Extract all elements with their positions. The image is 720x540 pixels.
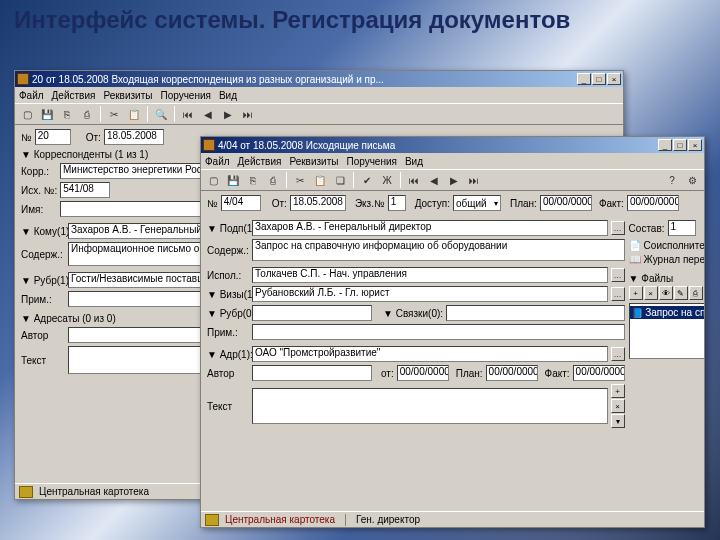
maximize-button[interactable]: □: [673, 139, 687, 151]
tool-save-icon[interactable]: 💾: [224, 171, 242, 189]
podp-input[interactable]: Захаров А.В. - Генеральный директор: [252, 220, 608, 236]
tool-last-icon[interactable]: ⏭: [465, 171, 483, 189]
comp-input[interactable]: 1: [668, 220, 696, 236]
tool-extra-icon[interactable]: ⚙: [683, 171, 701, 189]
rubr-label: ▼ Рубр(0):: [207, 308, 249, 319]
from-input[interactable]: 18.05.2008: [104, 129, 164, 145]
menu-file[interactable]: Файл: [19, 90, 44, 101]
who-input[interactable]: Захаров А.В. - Генеральный директор: [68, 223, 206, 239]
menu-props[interactable]: Реквизиты: [103, 90, 152, 101]
fact-input[interactable]: 00/00/0000: [627, 195, 679, 211]
side-jur[interactable]: Журнал передачи: [644, 254, 704, 265]
tool-prev-icon[interactable]: ◀: [199, 105, 217, 123]
rubr-input[interactable]: Гости/Независимые поставщик: [68, 272, 206, 288]
tool-first-icon[interactable]: ⏮: [179, 105, 197, 123]
tool-help-icon[interactable]: ?: [663, 171, 681, 189]
text-area[interactable]: [252, 388, 608, 424]
del-button[interactable]: ×: [611, 399, 625, 413]
menu-props[interactable]: Реквизиты: [289, 156, 338, 167]
toolbar: ▢ 💾 ⎘ ⎙ ✂ 📋 ❏ ✔ Ж ⏮ ◀ ▶ ⏭ ? ⚙: [201, 169, 704, 191]
tool-cut-icon[interactable]: ✂: [105, 105, 123, 123]
tool-print-icon[interactable]: ⎙: [264, 171, 282, 189]
tool-prev-icon[interactable]: ◀: [425, 171, 443, 189]
tool-save-icon[interactable]: 💾: [38, 105, 56, 123]
folder-icon: [19, 486, 33, 498]
close-button[interactable]: ×: [607, 73, 621, 85]
close-button[interactable]: ×: [688, 139, 702, 151]
lookup-button[interactable]: …: [611, 347, 625, 361]
tool-last-icon[interactable]: ⏭: [239, 105, 257, 123]
tool-check-icon[interactable]: ✔: [358, 171, 376, 189]
files-header: ▼ Файлы: [629, 273, 673, 284]
bottom-plan-input[interactable]: 00/00/0000: [486, 365, 538, 381]
add-button[interactable]: +: [611, 384, 625, 398]
tool-bold-icon[interactable]: Ж: [378, 171, 396, 189]
files-list[interactable]: 📘 Запрос на справочную инф: [629, 303, 704, 359]
plan-input[interactable]: 00/00/0000: [540, 195, 592, 211]
file-item[interactable]: 📘 Запрос на справочную инф: [630, 306, 704, 319]
lookup-button[interactable]: …: [611, 268, 625, 282]
ish-input[interactable]: 541/08: [60, 182, 110, 198]
titlebar-back[interactable]: 20 от 18.05.2008 Входящая корреспонденци…: [15, 71, 623, 87]
bottom-fact-input[interactable]: 00/00/0000: [573, 365, 625, 381]
tool-print-icon[interactable]: ⎙: [78, 105, 96, 123]
minimize-button[interactable]: _: [577, 73, 591, 85]
num-input[interactable]: 4/04: [221, 195, 261, 211]
prim-input[interactable]: [68, 291, 206, 307]
tool-next-icon[interactable]: ▶: [445, 171, 463, 189]
menu-assign[interactable]: Поручения: [346, 156, 397, 167]
tool-first-icon[interactable]: ⏮: [405, 171, 423, 189]
text-area[interactable]: [68, 346, 206, 374]
menu-actions[interactable]: Действия: [52, 90, 96, 101]
file-view-icon[interactable]: 👁: [659, 286, 673, 300]
minimize-button[interactable]: _: [658, 139, 672, 151]
file-edit-icon[interactable]: ✎: [674, 286, 688, 300]
author-input[interactable]: [252, 365, 372, 381]
access-select[interactable]: общий: [453, 195, 501, 211]
num-input[interactable]: 20: [35, 129, 71, 145]
adr-input[interactable]: ОАО "Промстройразвитие": [252, 346, 608, 362]
toolbar: ▢ 💾 ⎘ ⎙ ✂ 📋 🔍 ⏮ ◀ ▶ ⏭: [15, 103, 623, 125]
menu-actions[interactable]: Действия: [238, 156, 282, 167]
link-input[interactable]: [446, 305, 625, 321]
menu-view[interactable]: Вид: [219, 90, 237, 101]
comp-label: Состав:: [629, 223, 665, 234]
down-button[interactable]: ▾: [611, 414, 625, 428]
cont-input[interactable]: Запрос на справочную информацию об обору…: [252, 239, 625, 261]
lookup-button[interactable]: …: [611, 221, 625, 235]
side-sogl[interactable]: Соисполнители (0): [644, 240, 704, 251]
menu-file[interactable]: Файл: [205, 156, 230, 167]
cont-input[interactable]: Информационное письмо о: [68, 242, 206, 266]
tool-find-icon[interactable]: 🔍: [152, 105, 170, 123]
journal-icon[interactable]: 📖: [629, 254, 641, 265]
tool-copy-icon[interactable]: ⎘: [244, 171, 262, 189]
file-del-icon[interactable]: ×: [644, 286, 658, 300]
vizy-input[interactable]: Рубановский Л.Б. - Гл. юрист: [252, 286, 608, 302]
menu-view[interactable]: Вид: [405, 156, 423, 167]
bottom-from-input[interactable]: 00/00/0000: [397, 365, 449, 381]
tool-stamp-icon[interactable]: ❏: [331, 171, 349, 189]
rubr-input[interactable]: [252, 305, 372, 321]
tool-copy-icon[interactable]: ⎘: [58, 105, 76, 123]
tool-paste-icon[interactable]: 📋: [311, 171, 329, 189]
tool-next-icon[interactable]: ▶: [219, 105, 237, 123]
tool-new-icon[interactable]: ▢: [18, 105, 36, 123]
name-input[interactable]: [60, 201, 210, 217]
menu-assign[interactable]: Поручения: [160, 90, 211, 101]
corr-input[interactable]: Министерство энергетики России, Российск: [60, 163, 210, 179]
tool-paste-icon[interactable]: 📋: [125, 105, 143, 123]
file-scan-icon[interactable]: ⎙: [689, 286, 703, 300]
lookup-button[interactable]: …: [611, 287, 625, 301]
maximize-button[interactable]: □: [592, 73, 606, 85]
tool-cut-icon[interactable]: ✂: [291, 171, 309, 189]
author-input[interactable]: [68, 327, 206, 343]
statusbar-front: Центральная картотека Ген. директор: [201, 511, 704, 527]
doc-icon[interactable]: 📄: [629, 240, 641, 251]
from-input[interactable]: 18.05.2008: [290, 195, 346, 211]
isp-input[interactable]: Толкачев С.П. - Нач. управления: [252, 267, 608, 283]
prim-input[interactable]: [252, 324, 625, 340]
exemp-input[interactable]: 1: [388, 195, 406, 211]
tool-new-icon[interactable]: ▢: [204, 171, 222, 189]
file-add-icon[interactable]: +: [629, 286, 643, 300]
titlebar-front[interactable]: 4/04 от 18.05.2008 Исходящие письма _ □ …: [201, 137, 704, 153]
